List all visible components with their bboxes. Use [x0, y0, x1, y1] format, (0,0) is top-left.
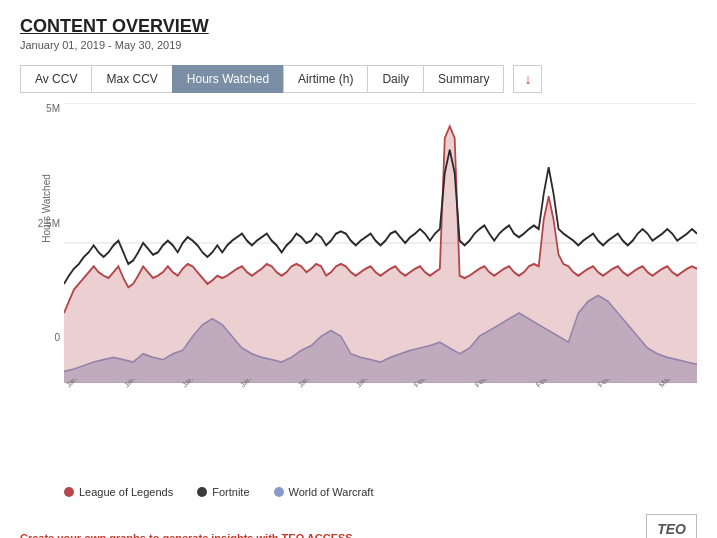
- chart-area: 5M 2.5M 0 Hours Watched: [20, 103, 697, 383]
- teo-badge: TEO: [646, 514, 697, 538]
- page-title: CONTENT OVERVIEW: [20, 16, 697, 37]
- tab-bar: Av CCV Max CCV Hours Watched Airtime (h)…: [20, 65, 697, 93]
- chart-svg-wrapper: [64, 103, 697, 383]
- legend-label-lol: League of Legends: [79, 486, 173, 498]
- x-axis-labels: January 01, 2019 January 07, 2019 Januar…: [64, 379, 697, 434]
- tab-max-ccv[interactable]: Max CCV: [91, 65, 172, 93]
- legend-dot-fortnite: [197, 487, 207, 497]
- legend-item-lol: League of Legends: [64, 486, 173, 498]
- footer-text: Create your own graphs to generate insig…: [20, 532, 353, 538]
- x-label: March 02, 2019: [657, 379, 697, 419]
- tab-av-ccv[interactable]: Av CCV: [20, 65, 92, 93]
- download-button[interactable]: ↓: [513, 65, 542, 93]
- tab-hours-watched[interactable]: Hours Watched: [172, 65, 284, 93]
- legend-label-fortnite: Fortnite: [212, 486, 249, 498]
- date-range: January 01, 2019 - May 30, 2019: [20, 39, 697, 51]
- legend-dot-wow: [274, 487, 284, 497]
- legend-item-wow: World of Warcraft: [274, 486, 374, 498]
- y-tick-5m: 5M: [46, 103, 60, 114]
- legend-item-fortnite: Fortnite: [197, 486, 249, 498]
- legend-dot-lol: [64, 487, 74, 497]
- legend-label-wow: World of Warcraft: [289, 486, 374, 498]
- footer-link[interactable]: TEO ACCESS: [282, 532, 353, 538]
- legend: League of Legends Fortnite World of Warc…: [64, 486, 697, 498]
- tab-airtime[interactable]: Airtime (h): [283, 65, 368, 93]
- footer-static-text: Create your own graphs to generate insig…: [20, 532, 282, 538]
- tab-summary[interactable]: Summary: [423, 65, 504, 93]
- footer-row: Create your own graphs to generate insig…: [20, 514, 697, 538]
- y-tick-0: 0: [54, 332, 60, 343]
- y-axis-label: Hours Watched: [41, 159, 52, 259]
- tab-daily[interactable]: Daily: [367, 65, 424, 93]
